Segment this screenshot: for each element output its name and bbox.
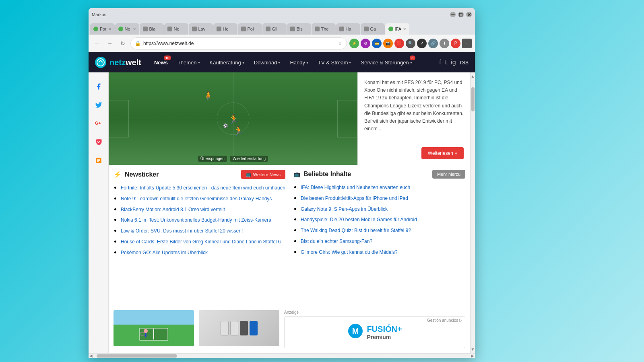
nav-item-service[interactable]: Service & Störungen ▾ 8 — [356, 52, 417, 72]
news-link[interactable]: BlackBerry Motion: Android 8.1 Oreo wird… — [121, 207, 225, 212]
svg-text:M: M — [352, 327, 359, 335]
nav-item-themen[interactable]: Themen ▾ — [173, 52, 205, 72]
news-link[interactable]: Note 9: Teardown enthüllt die letzten Ge… — [121, 196, 272, 202]
tab-lav[interactable]: Lav — [189, 23, 213, 35]
tab-ga[interactable]: Ga — [361, 23, 385, 35]
tv-small-icon: 📺 — [246, 172, 252, 177]
extension-icon-1[interactable]: ⚡ — [349, 39, 359, 48]
tab-the[interactable]: The — [312, 23, 336, 35]
restart-btn[interactable]: Wiederherstartung — [230, 156, 268, 162]
tab-close-icon[interactable]: ✕ — [108, 27, 111, 31]
bookmark-icon[interactable]: ☆ — [338, 40, 343, 46]
rss-nav-icon[interactable]: rss — [460, 59, 469, 66]
beliebte-link[interactable]: Galaxy Note 9: S Pen-Apps im Überblick — [301, 206, 388, 212]
tab-favicon — [192, 27, 197, 31]
player-2: 🏃 — [228, 114, 239, 125]
extension-icon-7[interactable]: ↗ — [417, 39, 427, 48]
back-button[interactable]: ← — [92, 38, 102, 49]
beliebte-link[interactable]: The Walking Dead Quiz: Bist du bereit fü… — [301, 228, 411, 233]
toolbar-icons: ⚡ ⚙ 💳 📷 🟥 🔍 ↗ 🔗 ⬇ P ⋮ — [349, 39, 472, 48]
horizontal-scrollbar: ◀ ▶ — [89, 353, 475, 358]
tab-ho[interactable]: Ho — [213, 23, 237, 35]
logo-area[interactable]: netzwelt — [95, 57, 141, 68]
news-badge: 10 — [164, 56, 171, 60]
ad-section: Anzeige Gestión anuncios ▷ M — [284, 310, 465, 348]
phone-dark — [240, 321, 248, 335]
dropdown-icon: ▾ — [306, 60, 308, 65]
nav-item-tvstream[interactable]: TV & Stream ▾ — [313, 52, 356, 72]
tab-no[interactable]: No ✕ — [115, 23, 139, 35]
list-item: House of Cards: Erste Bilder von Greg Ki… — [121, 238, 285, 245]
ad-close-icon[interactable]: Gestión anuncios ▷ — [427, 318, 462, 323]
sidebar-pocket-icon[interactable] — [93, 136, 105, 148]
beliebte-link[interactable]: Die besten Produktivität-Apps für iPhone… — [301, 195, 408, 201]
nav-item-download[interactable]: Download ▾ — [249, 52, 285, 72]
news-link[interactable]: Law & Order: SVU: Das müsst ihr über Sta… — [121, 228, 243, 234]
tab-close-icon[interactable]: ✕ — [403, 27, 406, 31]
scroll-down-arrow[interactable]: ▼ — [470, 346, 475, 352]
news-link[interactable]: Nokia 6.1 im Test: Unkonventionelles Bud… — [121, 217, 271, 223]
extension-icon-3[interactable]: 💳 — [372, 39, 382, 48]
extension-icon-6[interactable]: 🔍 — [406, 39, 415, 48]
news-link[interactable]: Pokémon GO: Alle Updates im Überblick — [121, 250, 208, 255]
tab-ifa[interactable]: IFA ✕ — [385, 23, 410, 35]
news-link[interactable]: House of Cards: Erste Bilder von Greg Ki… — [121, 239, 281, 245]
forward-button[interactable]: → — [105, 38, 115, 49]
list-item: Bist du ein echter Samsung-Fan? — [301, 237, 465, 245]
scroll-h-thumb[interactable] — [97, 354, 177, 358]
tab-bla[interactable]: Bla — [140, 23, 164, 35]
tab-gil[interactable]: Gil — [262, 23, 287, 35]
nav-item-news[interactable]: News 10 — [149, 52, 173, 72]
menu-icon[interactable]: ⋮ — [462, 39, 472, 48]
mehr-hierzu-button[interactable]: Mehr hierzu — [432, 170, 465, 179]
tab-close-icon[interactable]: ✕ — [133, 27, 136, 31]
tab-ha[interactable]: Ha — [336, 23, 360, 35]
twitter-nav-icon[interactable]: t — [445, 59, 447, 66]
nav-item-kaufberatung[interactable]: Kaufberatung ▾ — [205, 52, 249, 72]
weiterlesen-button[interactable]: Weiterlesen » — [421, 147, 464, 159]
tab-bis[interactable]: Bis — [287, 23, 311, 35]
tab-no2[interactable]: No — [164, 23, 188, 35]
facebook-nav-icon[interactable]: f — [439, 59, 441, 66]
extension-icon-8[interactable]: 🔗 — [428, 39, 438, 48]
beliebte-header: 📺 Beliebte Inhalte Mehr hierzu — [293, 170, 465, 179]
tab-for[interactable]: For ✕ — [90, 23, 115, 35]
beliebte-link[interactable]: Handyspiele: Die 20 besten Mobile Games … — [301, 217, 417, 222]
bottom-thumbs: Anzeige Gestión anuncios ▷ M — [109, 310, 470, 353]
extension-icon-2[interactable]: ⚙ — [361, 39, 370, 48]
thumb-card-phones[interactable] — [199, 310, 279, 346]
close-button[interactable]: ✕ — [466, 12, 472, 17]
newsticker-section: ⚡ Newsticker 📺 Weitere News Fortnite: In… — [114, 170, 285, 305]
scroll-left-arrow[interactable]: ◀ — [89, 354, 93, 358]
refresh-button[interactable]: ↻ — [118, 38, 128, 49]
sidebar-googleplus-icon[interactable]: G+ — [93, 117, 105, 130]
ad-box: Gestión anuncios ▷ M — [284, 316, 465, 348]
instagram-nav-icon[interactable]: ig — [451, 59, 456, 66]
tab-pol[interactable]: Pol — [238, 23, 262, 35]
minimize-button[interactable]: ─ — [450, 12, 456, 17]
url-bar[interactable]: 🔒 https://www.netzwelt.de ☆ — [130, 37, 347, 49]
beliebte-link[interactable]: IFA: Diese Highlights und Neuheiten erwa… — [301, 185, 410, 190]
scroll-right-arrow[interactable]: ▶ — [471, 354, 474, 358]
beliebte-list: IFA: Diese Highlights und Neuheiten erwa… — [293, 183, 465, 256]
sidebar-mix-icon[interactable] — [93, 154, 105, 167]
extension-icon-5[interactable]: 🟥 — [394, 39, 404, 48]
weitere-news-button[interactable]: 📺 Weitere News — [241, 170, 285, 179]
extension-icon-4[interactable]: 📷 — [383, 39, 393, 48]
site-nav: netzwelt News 10 Themen ▾ Kaufberatung ▾… — [89, 52, 475, 72]
scroll-thumb[interactable] — [471, 87, 475, 111]
tab-favicon — [339, 27, 344, 31]
nav-item-handy[interactable]: Handy ▾ — [285, 52, 313, 72]
sidebar-twitter-icon[interactable] — [93, 99, 105, 111]
skip-btn[interactable]: Überspringen — [198, 156, 227, 162]
thumb-card-tennis[interactable] — [114, 310, 194, 346]
news-link[interactable]: Fortnite: Inhalts-Update 5.30 erschienen… — [121, 185, 285, 191]
scroll-up-arrow[interactable]: ▲ — [470, 73, 475, 79]
beliebte-link[interactable]: Bist du ein echter Samsung-Fan? — [301, 239, 372, 244]
sidebar-facebook-icon[interactable] — [93, 80, 105, 93]
maximize-button[interactable]: □ — [458, 12, 464, 17]
side-social: G+ — [89, 72, 109, 353]
pdf-icon[interactable]: P — [451, 39, 460, 48]
extension-icon-9[interactable]: ⬇ — [440, 39, 449, 48]
beliebte-link[interactable]: Gilmore Girls: Wie gut kennst du die Mäd… — [301, 249, 398, 255]
